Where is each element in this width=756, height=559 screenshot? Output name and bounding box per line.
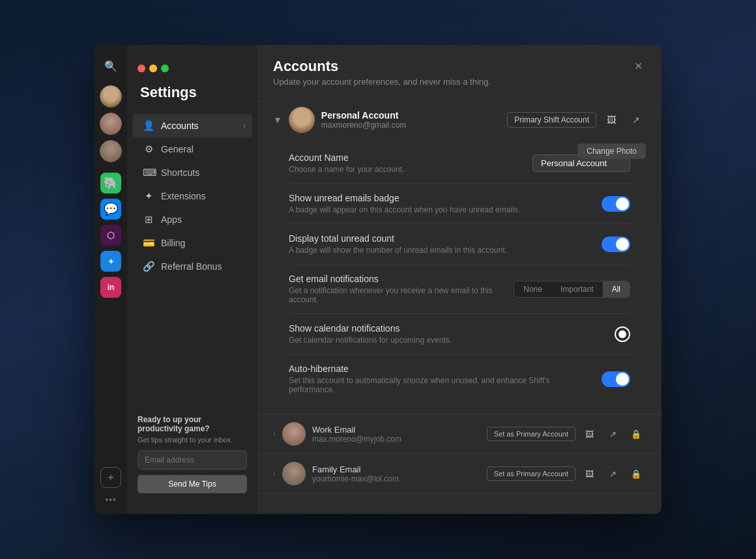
- account-expand-chevron[interactable]: ▼: [273, 115, 282, 125]
- auto-hibernate-desc: Set this account to automatically snooze…: [289, 376, 589, 394]
- seg-all-button[interactable]: All: [603, 281, 630, 297]
- shortcuts-icon: ⌨: [143, 167, 154, 179]
- unread-badge-label: Show unread emails badge: [289, 193, 520, 203]
- billing-icon: 💳: [143, 237, 154, 249]
- settings-sidebar: Settings 👤 Accounts › ⚙ General ⌨ Shortc…: [127, 45, 257, 514]
- unread-badge-toggle[interactable]: [602, 196, 630, 212]
- sidebar-item-extensions[interactable]: ✦ Extensions: [132, 184, 252, 208]
- sidebar-item-apps[interactable]: ⊞ Apps: [132, 208, 252, 231]
- sidebar-title: Settings: [140, 84, 244, 101]
- sidebar-item-referral[interactable]: 🔗 Referral Bonus: [132, 255, 252, 278]
- accounts-arrow-icon: ›: [243, 122, 246, 130]
- page-title: Accounts: [273, 58, 491, 75]
- sidebar-item-shortcuts[interactable]: ⌨ Shortcuts: [132, 161, 252, 184]
- close-window-button[interactable]: [138, 64, 145, 72]
- work-email-chevron: ›: [273, 429, 276, 438]
- sidebar-header: Settings: [127, 79, 257, 114]
- family-email-image-icon[interactable]: 🖼: [579, 464, 599, 483]
- account-image-icon[interactable]: 🖼: [602, 110, 621, 130]
- calendar-notifications-radio[interactable]: [615, 326, 630, 342]
- sidebar-item-billing[interactable]: 💳 Billing: [132, 231, 252, 255]
- messenger-icon[interactable]: 💬: [100, 199, 121, 220]
- promo-email-input[interactable]: [138, 450, 247, 470]
- total-unread-label: Display total unread count: [289, 233, 507, 244]
- page-subtitle: Update your account preferences, and nev…: [273, 77, 491, 87]
- dropbox-icon[interactable]: ✦: [100, 251, 121, 272]
- slack-icon[interactable]: ⬡: [100, 225, 121, 246]
- seg-none-button[interactable]: None: [514, 281, 551, 297]
- sidebar-item-label: Extensions: [161, 191, 205, 201]
- family-email-set-primary-button[interactable]: Set as Primary Account: [487, 466, 575, 481]
- account-avatar: [289, 107, 315, 133]
- total-unread-desc: A badge will show the number of unread e…: [289, 246, 507, 255]
- family-email-row[interactable]: › Family Email yourhomie-max@lol.com Set…: [257, 454, 662, 494]
- account-info: Personal Account maxmoreno@gmail.com: [321, 110, 406, 130]
- work-email-external-icon[interactable]: ↗: [603, 424, 622, 444]
- window-controls: [127, 55, 257, 79]
- primary-shift-account-badge[interactable]: Primary Shift Account: [507, 112, 596, 128]
- apps-icon: ⊞: [143, 214, 154, 225]
- account-external-icon[interactable]: ↗: [626, 110, 646, 130]
- auto-hibernate-label: Auto-hibernate: [289, 364, 589, 374]
- main-header: Accounts Update your account preferences…: [257, 45, 662, 96]
- minimize-window-button[interactable]: [149, 64, 157, 72]
- account-header-right: Primary Shift Account 🖼 ↗: [507, 110, 646, 130]
- referral-icon: 🔗: [143, 261, 154, 272]
- family-email-external-icon[interactable]: ↗: [603, 464, 622, 483]
- app-dock: 🔍 🐘 💬 ⬡ ✦ in + •••: [94, 45, 127, 514]
- setting-account-name-desc: Choose a name for your account.: [289, 165, 404, 174]
- avatar-2[interactable]: [100, 113, 122, 135]
- work-email-name: Work Email: [312, 425, 480, 435]
- promo-title: Ready to up your productivity game?: [138, 415, 247, 433]
- more-options-icon[interactable]: •••: [105, 494, 117, 505]
- auto-hibernate-toggle[interactable]: [602, 371, 630, 387]
- avatar-3[interactable]: [100, 140, 122, 162]
- family-email-avatar: [282, 462, 306, 485]
- setting-account-name-label: Account Name: [289, 152, 404, 163]
- setting-calendar-notifications: Show calendar notifications Get calendar…: [289, 314, 630, 354]
- email-notifications-desc: Get a notification whenever you receive …: [289, 286, 501, 304]
- avatar-1[interactable]: [100, 85, 122, 108]
- sidebar-item-label: Billing: [161, 238, 185, 248]
- seg-important-button[interactable]: Important: [551, 281, 603, 297]
- setting-email-notifications: Get email notifications Get a notificati…: [289, 265, 630, 314]
- total-unread-toggle[interactable]: [602, 236, 630, 252]
- work-email-avatar: [282, 422, 306, 446]
- invision-icon[interactable]: in: [100, 277, 121, 298]
- sidebar-item-label: Shortcuts: [161, 167, 199, 178]
- family-email-address: yourhomie-max@lol.com: [312, 474, 480, 483]
- email-notifications-segmented: None Important All: [514, 281, 630, 298]
- work-email-set-primary-button[interactable]: Set as Primary Account: [487, 427, 575, 441]
- account-settings-body: Account Name Choose a name for your acco…: [273, 143, 646, 403]
- account-name-label: Personal Account: [321, 110, 406, 121]
- email-notifications-label: Get email notifications: [289, 274, 501, 284]
- main-content: Change Photo ▼ Personal Account maxmoren…: [257, 96, 662, 514]
- family-email-info: Family Email yourhomie-max@lol.com: [312, 465, 480, 483]
- work-email-row[interactable]: › Work Email max.moreno@myjob.com Set as…: [257, 414, 662, 454]
- sidebar-item-general[interactable]: ⚙ General: [132, 137, 252, 161]
- evernote-icon[interactable]: 🐘: [100, 173, 121, 194]
- sidebar-item-label: General: [161, 144, 194, 154]
- sidebar-promo: Ready to up your productivity game? Get …: [127, 405, 257, 504]
- unread-badge-desc: A badge will appear on this account when…: [289, 205, 520, 214]
- accounts-icon: 👤: [143, 120, 154, 132]
- promo-subtitle: Get tips straight to your inbox.: [138, 436, 247, 444]
- general-icon: ⚙: [143, 143, 154, 155]
- sidebar-item-accounts[interactable]: 👤 Accounts ›: [132, 114, 252, 137]
- calendar-notifications-label: Show calendar notifications: [289, 323, 452, 334]
- work-email-image-icon[interactable]: 🖼: [579, 424, 599, 444]
- main-panel: Accounts Update your account preferences…: [257, 45, 662, 514]
- setting-total-unread: Display total unread count A badge will …: [289, 224, 630, 265]
- search-icon[interactable]: 🔍: [99, 54, 123, 78]
- sidebar-item-label: Apps: [161, 214, 182, 225]
- sidebar-item-label: Accounts: [161, 121, 199, 131]
- work-email-address: max.moreno@myjob.com: [312, 435, 480, 444]
- send-tips-button[interactable]: Send Me Tips: [138, 475, 247, 493]
- work-email-info: Work Email max.moreno@myjob.com: [312, 425, 480, 444]
- change-photo-button[interactable]: Change Photo: [577, 143, 646, 159]
- add-account-button[interactable]: +: [100, 467, 121, 488]
- maximize-window-button[interactable]: [161, 64, 169, 72]
- close-button[interactable]: ✕: [630, 58, 646, 74]
- family-email-delete-icon[interactable]: 🔒: [626, 464, 646, 483]
- work-email-delete-icon[interactable]: 🔒: [626, 424, 646, 444]
